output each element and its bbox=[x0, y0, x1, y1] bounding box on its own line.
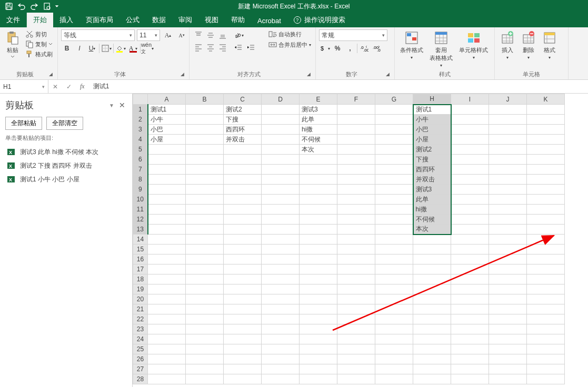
cell[interactable] bbox=[300, 334, 337, 344]
cell[interactable] bbox=[527, 264, 565, 274]
cell[interactable] bbox=[337, 155, 375, 165]
cell[interactable] bbox=[186, 185, 224, 195]
cell[interactable] bbox=[300, 155, 337, 165]
cell[interactable] bbox=[527, 165, 565, 175]
cell[interactable] bbox=[527, 145, 565, 155]
cell[interactable]: 并双击 bbox=[224, 135, 262, 145]
cell[interactable]: 测试1 bbox=[413, 105, 451, 115]
row-header[interactable]: 11 bbox=[133, 205, 148, 215]
cell[interactable] bbox=[262, 185, 300, 195]
cell[interactable] bbox=[375, 294, 413, 304]
cell[interactable] bbox=[375, 225, 413, 235]
cell[interactable] bbox=[224, 145, 262, 155]
cell[interactable] bbox=[527, 175, 565, 185]
row-header[interactable]: 26 bbox=[133, 354, 148, 364]
cell[interactable] bbox=[262, 205, 300, 215]
fill-color-button[interactable]: ▾ bbox=[115, 43, 126, 54]
comma-button[interactable]: , bbox=[344, 43, 356, 54]
cell[interactable] bbox=[489, 324, 527, 334]
cell[interactable] bbox=[375, 125, 413, 135]
copy-button[interactable]: 复制 bbox=[24, 39, 54, 49]
cell[interactable] bbox=[489, 185, 527, 195]
cell[interactable] bbox=[527, 225, 565, 235]
cell[interactable] bbox=[262, 165, 300, 175]
cell[interactable] bbox=[262, 215, 300, 225]
cell[interactable] bbox=[300, 245, 337, 254]
cell[interactable] bbox=[489, 284, 527, 294]
cell[interactable]: 小巴 bbox=[148, 125, 186, 135]
cell[interactable] bbox=[224, 304, 262, 314]
cell[interactable]: 下搜 bbox=[413, 155, 451, 165]
cell[interactable] bbox=[337, 105, 375, 115]
formula-bar-input[interactable]: 测试1 bbox=[89, 82, 588, 91]
cell[interactable] bbox=[375, 195, 413, 205]
cell[interactable]: 西四环 bbox=[224, 125, 262, 135]
cell[interactable] bbox=[262, 274, 300, 284]
row-header[interactable]: 13 bbox=[133, 225, 148, 235]
cell[interactable] bbox=[375, 324, 413, 334]
font-name-combo[interactable]: 等线▾ bbox=[61, 29, 135, 41]
cell[interactable] bbox=[527, 294, 565, 304]
cell[interactable] bbox=[413, 364, 451, 374]
clipboard-dialog-launcher[interactable]: ◢ bbox=[47, 70, 54, 78]
cell[interactable] bbox=[224, 185, 262, 195]
cell[interactable] bbox=[375, 264, 413, 274]
cell[interactable] bbox=[451, 364, 489, 374]
insert-cells-button[interactable]: 插入▾ bbox=[498, 29, 517, 61]
cell[interactable] bbox=[451, 344, 489, 354]
cell[interactable] bbox=[148, 354, 186, 364]
cell[interactable]: 小巴 bbox=[413, 125, 451, 135]
tab-home[interactable]: 开始 bbox=[27, 13, 53, 27]
cell[interactable] bbox=[300, 304, 337, 314]
cell[interactable] bbox=[527, 354, 565, 364]
row-header[interactable]: 6 bbox=[133, 155, 148, 165]
chevron-down-icon[interactable]: ▼ bbox=[109, 103, 114, 108]
cell[interactable] bbox=[224, 205, 262, 215]
cell[interactable] bbox=[224, 195, 262, 205]
cell[interactable] bbox=[451, 334, 489, 344]
delete-cells-button[interactable]: 删除▾ bbox=[519, 29, 538, 61]
cell[interactable] bbox=[224, 344, 262, 354]
cell[interactable] bbox=[186, 294, 224, 304]
cell[interactable] bbox=[489, 155, 527, 165]
cell[interactable] bbox=[337, 274, 375, 284]
clipboard-item[interactable]: X测试3 此单 hi撒 不伺候 本次 bbox=[5, 145, 127, 159]
cell[interactable] bbox=[224, 175, 262, 185]
cell[interactable] bbox=[375, 334, 413, 344]
select-all-corner[interactable] bbox=[133, 94, 148, 105]
cell-styles-button[interactable]: 单元格样式▾ bbox=[457, 29, 490, 61]
cell[interactable] bbox=[451, 374, 489, 384]
cell[interactable] bbox=[413, 314, 451, 324]
cell[interactable] bbox=[224, 364, 262, 374]
cell[interactable] bbox=[186, 125, 224, 135]
cancel-formula-button[interactable]: ✕ bbox=[48, 80, 62, 93]
column-header[interactable]: F bbox=[337, 94, 375, 105]
column-header[interactable]: H bbox=[413, 94, 451, 105]
cell[interactable] bbox=[186, 225, 224, 235]
cell[interactable] bbox=[375, 354, 413, 364]
cell[interactable] bbox=[375, 115, 413, 125]
cell[interactable] bbox=[300, 274, 337, 284]
increase-decimal-button[interactable]: .0.00 bbox=[358, 43, 370, 54]
cell[interactable] bbox=[489, 195, 527, 205]
cell[interactable] bbox=[375, 165, 413, 175]
cell[interactable] bbox=[337, 145, 375, 155]
close-panel-button[interactable]: ✕ bbox=[117, 100, 127, 110]
tab-review[interactable]: 审阅 bbox=[172, 13, 198, 27]
cell[interactable] bbox=[413, 324, 451, 334]
cell[interactable]: 测试1 bbox=[148, 105, 186, 115]
cell[interactable] bbox=[148, 145, 186, 155]
cell[interactable] bbox=[186, 324, 224, 334]
cell[interactable] bbox=[451, 145, 489, 155]
cell[interactable] bbox=[262, 344, 300, 354]
cell[interactable] bbox=[527, 344, 565, 354]
cell[interactable] bbox=[262, 284, 300, 294]
cell[interactable] bbox=[489, 245, 527, 254]
cell[interactable] bbox=[489, 105, 527, 115]
cell[interactable] bbox=[413, 304, 451, 314]
cell[interactable] bbox=[413, 294, 451, 304]
cell[interactable] bbox=[186, 304, 224, 314]
cell[interactable] bbox=[489, 254, 527, 264]
cell[interactable]: 小屋 bbox=[413, 135, 451, 145]
cell[interactable] bbox=[375, 284, 413, 294]
